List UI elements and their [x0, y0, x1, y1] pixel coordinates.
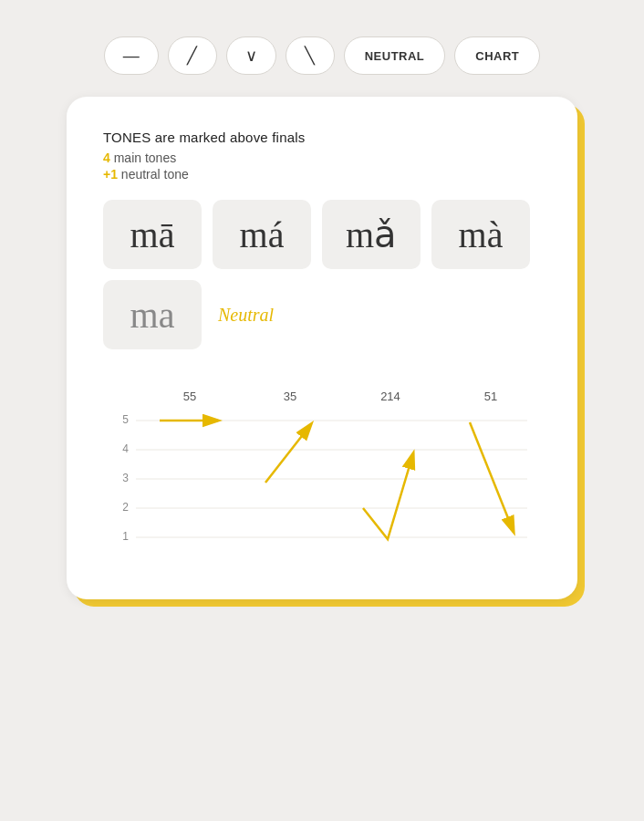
- neutral-tone-italic-label: Neutral: [218, 305, 274, 326]
- tone-box-neutral[interactable]: ma: [103, 280, 202, 349]
- chart-area: 55 35 214 51 5 4 3 2 1: [103, 375, 541, 566]
- tone-box-3[interactable]: mǎ: [322, 200, 421, 269]
- card-title: TONES are marked above finals: [103, 130, 541, 145]
- neutral-tone-label: neutral tone: [121, 167, 189, 182]
- tone-box-4[interactable]: mà: [431, 200, 530, 269]
- neutral-tone-row: ma Neutral: [103, 280, 541, 349]
- tone-flat-button[interactable]: —: [104, 36, 159, 75]
- card-wrapper: TONES are marked above finals 4 main ton…: [67, 97, 577, 599]
- main-tones-count: 4: [103, 151, 110, 165]
- svg-text:214: 214: [380, 390, 400, 403]
- neutral-button[interactable]: NEUTRAL: [344, 36, 446, 75]
- tone-dip-button[interactable]: ∨: [226, 36, 276, 75]
- svg-text:4: 4: [122, 442, 129, 455]
- svg-text:5: 5: [122, 413, 129, 426]
- svg-text:51: 51: [484, 390, 497, 403]
- chart-button[interactable]: CHART: [454, 36, 540, 75]
- svg-text:2: 2: [122, 501, 129, 514]
- svg-rect-17: [103, 384, 541, 566]
- svg-text:35: 35: [284, 390, 296, 403]
- tone-box-2[interactable]: má: [213, 200, 311, 269]
- tone-box-1[interactable]: mā: [103, 200, 202, 269]
- main-card: TONES are marked above finals 4 main ton…: [67, 97, 577, 599]
- chart-container: 55 35 214 51 5 4 3 2 1: [103, 384, 541, 566]
- main-tones-subtitle: 4 main tones: [103, 151, 541, 165]
- svg-text:1: 1: [122, 530, 129, 543]
- tone-falling-button[interactable]: ╲: [286, 36, 335, 75]
- tone-grid: mā má mǎ mà: [103, 200, 541, 269]
- neutral-tone-count: +1: [103, 167, 118, 182]
- tone-rising-button[interactable]: ╱: [168, 36, 217, 75]
- main-tones-label: main tones: [114, 151, 176, 165]
- tone-chart-overlay: 5 4 3 2 1 55 35 214 51: [103, 384, 541, 566]
- neutral-tone-subtitle: +1 neutral tone: [103, 167, 541, 182]
- svg-text:3: 3: [122, 472, 129, 484]
- toolbar: — ╱ ∨ ╲ NEUTRAL CHART: [104, 36, 541, 75]
- svg-text:55: 55: [183, 390, 196, 403]
